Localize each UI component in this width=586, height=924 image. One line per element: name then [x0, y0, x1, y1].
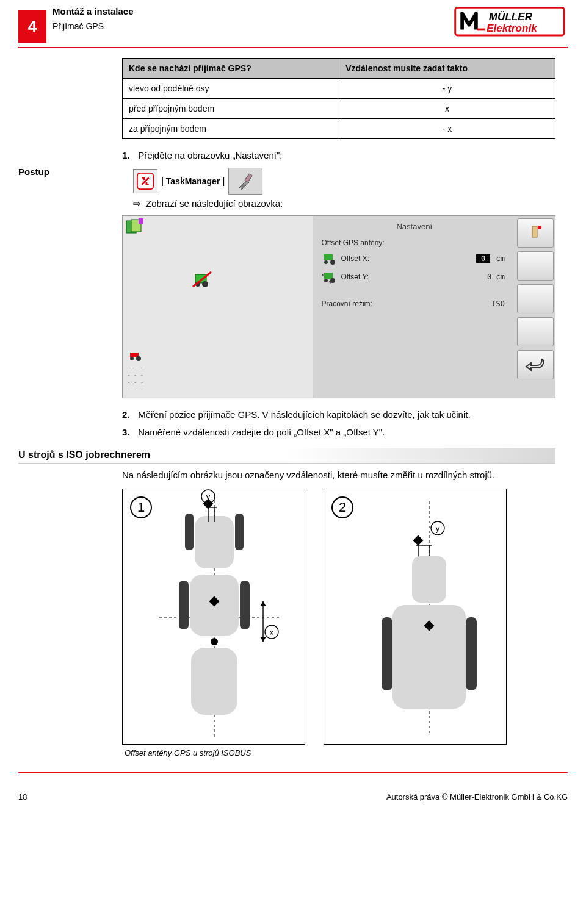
section-title: Montáž a instalace — [52, 6, 452, 16]
table-cell-q: před přípojným bodem — [123, 99, 339, 119]
svg-text:x: x — [322, 273, 324, 277]
svg-rect-18 — [324, 273, 333, 279]
svg-point-9 — [202, 281, 208, 287]
table-header-right: Vzdálenost musíte zadat takto — [339, 59, 555, 79]
step-text: Naměřené vzdálenosti zadejte do polí „Of… — [138, 427, 385, 437]
label-work-mode: Pracovní režim: — [322, 299, 372, 308]
step-text: Přejděte na obrazovku „Nastavení": — [138, 150, 282, 160]
step-number: 1. — [122, 150, 136, 160]
svg-point-16 — [324, 260, 328, 264]
section-heading: U strojů s ISO jobrechnerem — [18, 448, 555, 464]
placeholder-line: - - - — [128, 364, 144, 371]
breadcrumb-line: | TaskManager | — [133, 168, 555, 195]
svg-rect-2 — [245, 174, 253, 183]
diagram-number: 1 — [130, 496, 152, 518]
table-cell-a: x — [339, 99, 555, 119]
svg-rect-32 — [240, 581, 250, 629]
section-subtitle: Přijímač GPS — [52, 21, 452, 31]
softkey-empty[interactable] — [517, 317, 554, 346]
svg-rect-44 — [413, 535, 424, 546]
placeholder-line: - - - — [128, 385, 144, 393]
breadcrumb-taskmanager: | TaskManager | — [161, 176, 225, 186]
embedded-screenshot: - - - - - - - - - - - - Nastavení Offset… — [122, 215, 555, 398]
disabled-tractor-icon — [192, 271, 212, 289]
label-offset-y: Offset Y: — [341, 273, 369, 281]
diagram-number: 2 — [331, 496, 353, 518]
screenshot-title: Nastavení — [313, 216, 516, 236]
table-cell-q: za přípojným bodem — [123, 119, 339, 139]
gps-position-table: Kde se nachází přijímač GPS? Vzdálenost … — [122, 58, 555, 139]
header-divider — [18, 47, 568, 48]
svg-point-39 — [211, 638, 218, 645]
step-number: 2. — [122, 409, 136, 420]
chapter-number-badge: 4 — [18, 10, 46, 43]
brand-logo: MÜLLER Elektronik — [452, 5, 568, 43]
logo-text-bottom: Elektronik — [487, 23, 538, 34]
step-number: 3. — [122, 427, 136, 437]
section-intro: Na následujícím obrázku jsou označeny vz… — [122, 470, 555, 480]
copyright: Autorská práva © Müller-Elektronik GmbH … — [386, 792, 568, 801]
result-text: Zobrazí se následující obrazovka: — [146, 198, 283, 209]
page-header: 4 Montáž a instalace Přijímač GPS MÜLLER… — [18, 5, 568, 43]
arrow-icon — [133, 198, 146, 209]
label-offset-x: Offset X: — [341, 254, 369, 263]
diagram-1: 1 y — [122, 489, 305, 745]
document-icon — [125, 218, 145, 235]
svg-point-12 — [130, 357, 134, 360]
logo-text-top: MÜLLER — [489, 11, 533, 23]
svg-rect-50 — [392, 605, 466, 709]
softkey-back-icon[interactable] — [517, 350, 554, 379]
value-offset-y: 0 cm — [487, 273, 505, 281]
diagram-row: 1 y — [122, 489, 555, 745]
svg-rect-51 — [382, 617, 392, 690]
axis-x-label: x — [270, 628, 274, 637]
svg-rect-49 — [412, 556, 446, 603]
softkey-empty[interactable] — [517, 284, 554, 313]
app-menu-icon[interactable] — [133, 169, 157, 193]
tractor-x-icon — [322, 252, 338, 265]
svg-rect-33 — [191, 648, 237, 715]
svg-rect-31 — [179, 581, 189, 629]
svg-text:y: y — [329, 280, 331, 284]
step-2: 2. Měření pozice přijímače GPS. V násled… — [122, 409, 555, 420]
step-3: 3. Naměřené vzdálenosti zadejte do polí … — [122, 427, 555, 437]
tractor-y-icon: xy — [322, 270, 338, 284]
axis-y-label: y — [206, 492, 211, 501]
softkey-empty[interactable] — [517, 251, 554, 281]
settings-gear-icon[interactable] — [228, 168, 262, 195]
table-row: vlevo od podélné osy - y — [123, 79, 555, 99]
step-text: Měření pozice přijímače GPS. V následují… — [138, 409, 470, 420]
svg-point-17 — [330, 260, 335, 265]
figure-caption: Offset antény GPS u strojů ISOBUS — [125, 748, 555, 757]
placeholder-line: - - - — [128, 378, 144, 385]
table-header-left: Kde se nachází přijímač GPS? — [123, 59, 339, 79]
table-cell-a: - x — [339, 119, 555, 139]
svg-rect-23 — [532, 226, 537, 237]
axis-y-label: y — [436, 524, 440, 533]
svg-point-19 — [324, 279, 328, 282]
table-row: před přípojným bodem x — [123, 99, 555, 119]
diagram-2: 2 y — [324, 489, 507, 745]
table-cell-q: vlevo od podélné osy — [123, 79, 339, 99]
page-number: 18 — [18, 792, 27, 801]
value-work-mode: ISO — [491, 299, 505, 308]
page-footer: 18 Autorská práva © Müller-Elektronik Gm… — [18, 790, 568, 801]
table-cell-a: - y — [339, 79, 555, 99]
table-row: za přípojným bodem - x — [123, 119, 555, 139]
offset-x-value-field[interactable]: 0 — [476, 254, 490, 263]
svg-rect-27 — [195, 516, 234, 568]
svg-rect-29 — [235, 514, 244, 550]
svg-rect-6 — [139, 218, 143, 224]
label-gps-antenna: Offset GPS antény: — [322, 238, 385, 247]
step-1: 1. Přejděte na obrazovku „Nastavení": — [122, 150, 555, 160]
softkey-tool-icon[interactable] — [517, 218, 554, 248]
svg-point-24 — [538, 226, 541, 229]
svg-point-13 — [136, 356, 141, 361]
svg-rect-28 — [185, 514, 194, 550]
footer-divider — [18, 772, 568, 773]
placeholder-line: - - - — [128, 371, 144, 378]
svg-rect-52 — [466, 617, 477, 690]
small-tractor-icon — [128, 351, 143, 362]
procedure-label: Postup — [18, 167, 49, 177]
svg-point-3 — [241, 184, 245, 188]
